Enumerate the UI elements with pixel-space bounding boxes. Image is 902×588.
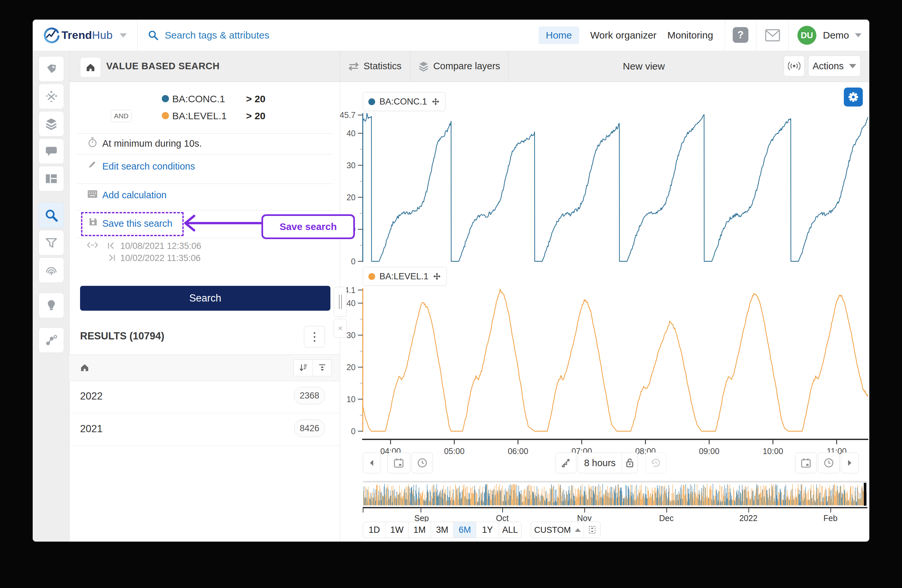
logo-text-bold: Trend — [61, 29, 92, 42]
condition-value: 20 — [255, 110, 265, 121]
svg-text:45.7: 45.7 — [340, 110, 355, 120]
actions-label: Actions — [813, 61, 844, 72]
edit-search-conditions-link[interactable]: Edit search conditions — [102, 161, 195, 172]
range-1m-button[interactable]: 1M — [408, 522, 431, 538]
svg-text:10: 10 — [346, 395, 355, 404]
set-end-date-button[interactable] — [795, 452, 817, 473]
nav-tab-work-organizer[interactable]: Work organizer — [590, 20, 656, 51]
statistics-button[interactable]: Statistics — [340, 51, 410, 82]
and-operator-chip[interactable]: AND — [111, 110, 132, 122]
fingerprint-icon — [45, 264, 58, 276]
help-icon[interactable]: ? — [733, 27, 749, 43]
rail-search-button[interactable] — [39, 203, 64, 228]
collapse-icon — [317, 363, 327, 373]
overview-axis-line — [363, 507, 868, 508]
range-1y-button[interactable]: 1Y — [476, 522, 498, 538]
comment-icon — [45, 145, 58, 157]
duration-lock[interactable] — [622, 453, 637, 473]
value-search-panel: BA:CONC.1 > 20 AND BA:LEVEL.1 > 20 At mi… — [70, 82, 340, 542]
user-menu[interactable]: Demo — [823, 20, 861, 51]
series-color-dot — [162, 95, 169, 102]
fit-range-button[interactable] — [584, 522, 600, 538]
overview-strip[interactable] — [363, 481, 868, 506]
rail-context-button[interactable] — [39, 327, 64, 353]
range-all-button[interactable]: ALL — [499, 522, 521, 538]
set-end-time-button[interactable] — [818, 452, 839, 473]
custom-range-button[interactable]: CUSTOM — [531, 522, 584, 538]
home-icon — [86, 63, 96, 72]
chevron-right-icon — [847, 459, 853, 466]
user-name: Demo — [823, 30, 849, 41]
nav-tab-monitoring[interactable]: Monitoring — [667, 20, 713, 51]
range-1d-button[interactable]: 1D — [363, 522, 385, 538]
sort-button[interactable] — [294, 360, 312, 376]
custom-label: CUSTOM — [534, 525, 571, 535]
kebab-dot — [314, 340, 315, 342]
dashboard-icon — [45, 173, 58, 184]
panel-home-button[interactable] — [80, 57, 101, 77]
rail-layers-button[interactable] — [39, 111, 64, 136]
set-start-date-button[interactable] — [387, 452, 410, 473]
duration-condition-text: At minimum during 10s. — [102, 138, 202, 149]
calendar-icon — [801, 458, 811, 468]
duration-selector[interactable]: 8 hours — [578, 452, 638, 473]
collapse-button[interactable] — [312, 360, 331, 376]
app-window: TrendHub Home Work organizer Monitoring … — [33, 20, 869, 542]
svg-text:09:00: 09:00 — [699, 447, 720, 456]
fit-vertical-icon — [588, 525, 597, 535]
compare-layers-button[interactable]: Compare layers — [410, 51, 508, 82]
rail-ideas-button[interactable] — [39, 293, 64, 318]
pan-left-button[interactable] — [363, 452, 381, 473]
svg-text:30: 30 — [346, 161, 355, 170]
nav-tab-home[interactable]: Home — [539, 27, 579, 44]
rail-tags-button[interactable] — [39, 56, 64, 82]
condition-tag: BA:CONC.1 — [172, 94, 225, 105]
history-reset-button[interactable] — [645, 452, 666, 473]
pan-right-button[interactable] — [841, 452, 858, 473]
result-year: 2021 — [80, 423, 103, 435]
range-6m-button[interactable]: 6M — [453, 522, 476, 538]
add-calculation-link[interactable]: Add calculation — [102, 190, 167, 200]
save-this-search-link[interactable]: Save this search — [102, 218, 172, 229]
svg-text:0: 0 — [351, 257, 355, 266]
legend-chip-conc[interactable]: BA:CONC.1 — [363, 92, 445, 111]
chart-settings-button[interactable] — [844, 88, 863, 106]
result-year: 2022 — [80, 390, 103, 402]
panel-divider — [76, 154, 334, 155]
results-menu-button[interactable] — [304, 326, 325, 347]
set-start-time-button[interactable] — [412, 452, 433, 473]
move-handle-icon[interactable] — [431, 97, 440, 106]
rail-fingerprint-button[interactable] — [39, 257, 64, 283]
chart-mode-button[interactable] — [556, 452, 576, 473]
condition-value: 20 — [255, 94, 265, 104]
legend-chip-level[interactable]: BA:LEVEL.1 — [363, 267, 447, 286]
range-3m-button[interactable]: 3M — [431, 522, 453, 538]
rail-comments-button[interactable] — [39, 139, 64, 164]
range-1w-button[interactable]: 1W — [385, 522, 408, 538]
avatar[interactable]: DU — [797, 26, 816, 45]
help-glyph: ? — [738, 29, 744, 41]
move-handle-icon[interactable] — [433, 272, 441, 281]
home-column-icon — [80, 363, 89, 372]
live-broadcast-button[interactable] — [784, 56, 805, 77]
splitter-handle[interactable] — [334, 287, 347, 317]
logo-dropdown-caret-icon[interactable] — [120, 33, 127, 38]
svg-text:30: 30 — [346, 331, 355, 340]
rail-filter-button[interactable] — [39, 230, 64, 255]
axis-tick — [749, 508, 749, 513]
mail-icon[interactable] — [765, 29, 780, 42]
rail-calculations-button[interactable] — [39, 84, 64, 109]
actions-button[interactable]: Actions — [808, 56, 860, 77]
rail-dashboard-button[interactable] — [39, 166, 64, 191]
stopwatch-icon — [87, 137, 98, 148]
svg-text:05:00: 05:00 — [444, 447, 465, 456]
view-title: New view — [508, 51, 780, 82]
tag-icon — [45, 63, 57, 75]
panel-close-button[interactable]: × — [334, 319, 347, 338]
search-input[interactable] — [164, 30, 394, 41]
axis-tick — [830, 508, 831, 513]
legend-color-dot — [368, 273, 375, 280]
axis-month-label: Dec — [659, 513, 673, 523]
logo-text-light: Hub — [92, 29, 113, 42]
search-button[interactable]: Search — [80, 286, 330, 311]
